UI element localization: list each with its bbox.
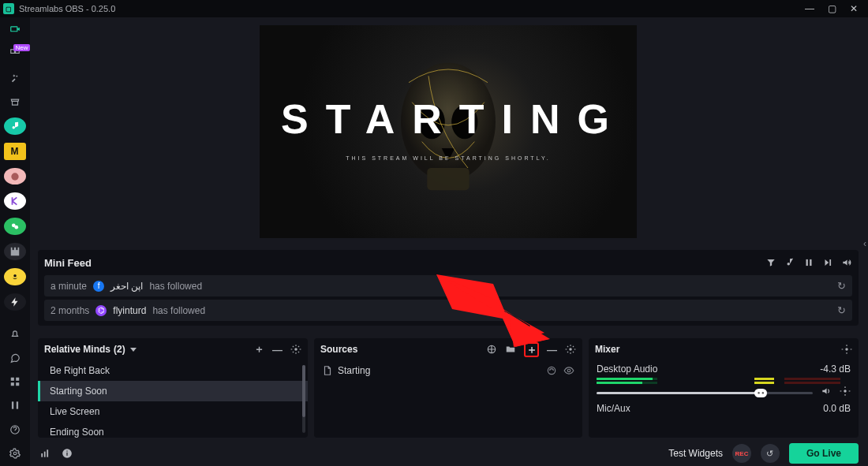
svg-rect-12 bbox=[11, 402, 13, 409]
scene-settings-icon[interactable] bbox=[290, 344, 301, 355]
source-visibility-icon[interactable] bbox=[563, 365, 574, 376]
svg-point-26 bbox=[567, 369, 571, 372]
maximize-button[interactable]: ▢ bbox=[821, 0, 843, 17]
file-icon bbox=[322, 365, 331, 376]
feed-name: اپن احغر bbox=[110, 281, 143, 292]
app-bolt[interactable] bbox=[4, 293, 26, 311]
dashboard-icon[interactable] bbox=[5, 374, 25, 390]
feed-age: a minute bbox=[51, 281, 87, 292]
mini-feed-panel: Mini Feed a minute f اپن احغر has follow… bbox=[38, 250, 859, 326]
feed-action: has followed bbox=[149, 281, 202, 292]
source-filter-icon[interactable] bbox=[486, 344, 497, 355]
svg-rect-13 bbox=[16, 402, 17, 409]
scene-list: Be Right Back Starting Soon Live Screen … bbox=[38, 360, 308, 438]
channel-db: -4.3 dB bbox=[820, 363, 851, 375]
svg-point-28 bbox=[844, 390, 847, 393]
app-m[interactable]: M bbox=[4, 143, 26, 160]
scrollbar-thumb[interactable] bbox=[302, 365, 305, 417]
svg-rect-33 bbox=[66, 453, 67, 456]
columns-icon[interactable] bbox=[5, 397, 25, 413]
mixer-settings-icon[interactable] bbox=[841, 344, 852, 355]
go-live-button[interactable]: Go Live bbox=[789, 443, 859, 464]
add-folder-icon[interactable] bbox=[505, 344, 516, 355]
svg-rect-10 bbox=[10, 382, 13, 386]
svg-point-24 bbox=[569, 348, 572, 351]
magic-icon[interactable] bbox=[5, 70, 25, 86]
record-button[interactable]: REC bbox=[732, 444, 751, 463]
add-source-button[interactable]: ＋ bbox=[524, 342, 539, 357]
filter-icon[interactable] bbox=[765, 257, 776, 268]
music-icon[interactable] bbox=[784, 257, 795, 268]
mini-feed-title: Mini Feed bbox=[44, 257, 765, 269]
volume-slider[interactable]: ● ● bbox=[597, 392, 813, 394]
scenes-count: (2) bbox=[114, 344, 125, 355]
app-puzzle[interactable] bbox=[4, 243, 26, 260]
mixer-title: Mixer bbox=[595, 344, 619, 355]
minimize-button[interactable]: — bbox=[799, 0, 821, 17]
mute-icon[interactable] bbox=[821, 386, 832, 397]
svg-rect-11 bbox=[16, 382, 19, 386]
close-button[interactable]: ✕ bbox=[843, 0, 865, 17]
skip-icon[interactable] bbox=[822, 257, 833, 268]
channel-label: Desktop Audio bbox=[597, 363, 657, 375]
info-icon[interactable] bbox=[62, 448, 73, 459]
preview-canvas[interactable]: STARTING THIS STREAM WILL BE STARTING SH… bbox=[260, 25, 637, 238]
replay-icon[interactable]: ↻ bbox=[837, 280, 846, 292]
app-icon: ▢ bbox=[3, 3, 14, 14]
scene-item[interactable]: Be Right Back bbox=[38, 360, 308, 381]
dropdown-icon[interactable] bbox=[130, 348, 137, 352]
pause-icon[interactable] bbox=[803, 257, 814, 268]
source-label: Starting bbox=[338, 365, 370, 376]
replay-buffer-button[interactable]: ↺ bbox=[761, 444, 780, 463]
svg-point-25 bbox=[548, 367, 555, 374]
sources-title: Sources bbox=[320, 344, 357, 355]
app-music[interactable] bbox=[4, 117, 26, 135]
preview-title-text: STARTING bbox=[260, 95, 637, 143]
feed-row: 2 months ⌬ flyinturd has followed ↻ bbox=[44, 300, 852, 321]
svg-rect-20 bbox=[806, 259, 808, 266]
channel-db: 0.0 dB bbox=[823, 403, 851, 414]
left-sidebar: New M bbox=[0, 17, 30, 466]
scenes-collection-name[interactable]: Relative Minds bbox=[44, 344, 110, 355]
svg-rect-30 bbox=[44, 452, 46, 457]
svg-rect-9 bbox=[16, 378, 19, 381]
app-emoji[interactable] bbox=[4, 268, 26, 285]
svg-rect-8 bbox=[10, 378, 13, 381]
scene-item[interactable]: Starting Soon bbox=[38, 381, 308, 401]
svg-point-27 bbox=[845, 348, 848, 351]
store-icon[interactable] bbox=[5, 94, 25, 110]
scene-item[interactable]: Live Screen bbox=[38, 401, 308, 422]
source-settings-icon[interactable] bbox=[565, 344, 576, 355]
remove-source-icon[interactable]: — bbox=[547, 344, 557, 356]
mixer-channel: Desktop Audio -4.3 dB ● ● bbox=[597, 363, 851, 397]
window-title: Streamlabs OBS - 0.25.0 bbox=[19, 4, 799, 13]
feed-name: flyinturd bbox=[113, 305, 146, 316]
scene-item[interactable]: Ending Soon bbox=[38, 422, 308, 438]
editor-icon[interactable] bbox=[5, 22, 25, 38]
add-scene-icon[interactable]: ＋ bbox=[254, 342, 264, 356]
app-cat[interactable] bbox=[4, 168, 26, 185]
layout-icon[interactable]: New bbox=[5, 46, 25, 62]
app-leaf[interactable] bbox=[4, 218, 26, 235]
chat-icon[interactable] bbox=[5, 350, 25, 366]
collapse-right-icon[interactable]: ‹ bbox=[863, 238, 866, 249]
volume-icon[interactable] bbox=[841, 257, 852, 268]
footer-bar: Test Widgets REC ↺ Go Live bbox=[30, 438, 868, 466]
source-lock-icon[interactable] bbox=[546, 365, 557, 376]
audio-meter bbox=[597, 378, 851, 386]
stats-icon[interactable] bbox=[39, 448, 51, 459]
app-k[interactable] bbox=[4, 192, 26, 210]
settings-icon[interactable] bbox=[5, 445, 25, 461]
new-badge: New bbox=[13, 44, 29, 51]
svg-point-5 bbox=[14, 226, 18, 229]
test-widgets-button[interactable]: Test Widgets bbox=[668, 448, 723, 459]
feed-row: a minute f اپن احغر has followed ↻ bbox=[44, 275, 852, 296]
help-icon[interactable] bbox=[5, 422, 25, 438]
channel-settings-icon[interactable] bbox=[840, 386, 851, 397]
replay-icon[interactable]: ↻ bbox=[837, 304, 846, 316]
remove-scene-icon[interactable]: — bbox=[272, 344, 282, 356]
notifications-icon[interactable] bbox=[5, 326, 25, 342]
preview-area[interactable]: STARTING THIS STREAM WILL BE STARTING SH… bbox=[30, 17, 868, 240]
svg-point-3 bbox=[11, 173, 18, 180]
source-item[interactable]: Starting bbox=[314, 360, 582, 381]
